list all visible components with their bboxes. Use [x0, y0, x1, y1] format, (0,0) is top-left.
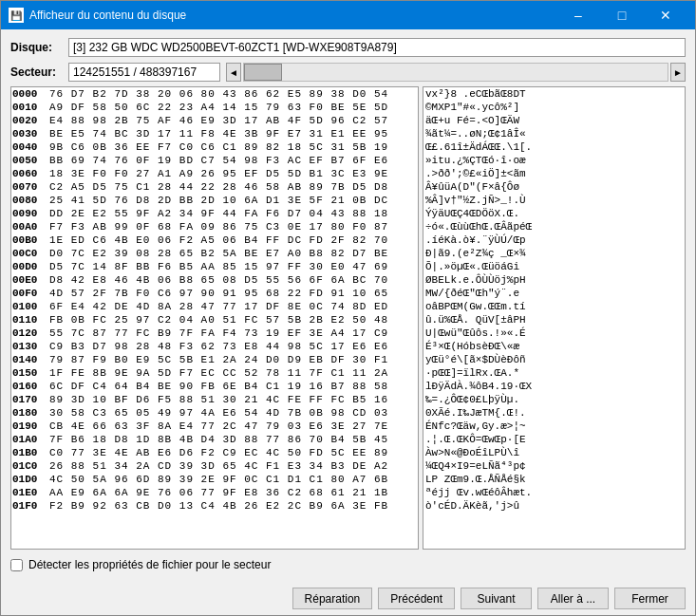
- hex-address: 0150: [11, 366, 48, 380]
- table-row: 018030 58 C3 65 05 49 97 4A E6 54 4D 7B …: [11, 406, 418, 420]
- scroll-left-button[interactable]: ◄: [226, 63, 241, 82]
- hex-address: 0080: [11, 194, 48, 207]
- table-row: 00E0D8 42 E8 46 4B 06 B8 65 08 D5 55 56 …: [11, 273, 418, 287]
- table-row: 0130C9 B3 D7 98 28 48 F3 62 73 E8 44 98 …: [11, 340, 418, 353]
- maximize-button[interactable]: □: [600, 1, 644, 29]
- table-row: 0190CB 4E 66 63 3F 8A E4 77 2C 47 79 03 …: [11, 420, 418, 433]
- close-window-button[interactable]: ✕: [644, 1, 687, 29]
- table-row: 0030BE E5 74 BC 3D 17 11 F8 4E 3B 9F E7 …: [11, 127, 418, 140]
- table-row: 0070C2 A5 D5 75 C1 28 44 22 28 46 58 AB …: [11, 180, 418, 194]
- previous-button[interactable]: Précédent: [378, 588, 455, 609]
- hex-address: 0000: [11, 87, 48, 101]
- hex-panel: 000076 D7 B2 7D 38 20 06 80 43 86 62 E5 …: [10, 86, 419, 550]
- repair-button[interactable]: Réparation: [292, 588, 373, 609]
- scroll-track[interactable]: [243, 63, 668, 82]
- hex-bytes: 79 87 F9 B0 E9 5C 5B E1 2A 24 D0 D9 EB D…: [48, 353, 418, 366]
- hex-bytes: 6C DF C4 64 B4 BE 90 FB 6E B4 C1 19 16 B…: [48, 380, 418, 393]
- table-row: 000076 D7 B2 7D 38 20 06 80 43 86 62 E5 …: [11, 87, 418, 101]
- hex-bytes: 4C 50 5A 96 6D 89 39 2E 9F 0C C1 D1 C1 8…: [48, 473, 418, 486]
- table-row: 01F0F2 B9 92 63 CB D0 13 C4 4B 26 E2 2C …: [11, 499, 418, 513]
- table-row: 01C026 88 51 34 2A CD 39 3D 65 4C F1 E3 …: [11, 459, 418, 473]
- file-properties-checkbox[interactable]: [10, 559, 23, 571]
- scroll-area: ◄ ►: [226, 63, 686, 82]
- table-row: 006018 3E F0 F0 27 A1 A9 26 95 EF D5 5D …: [11, 167, 418, 180]
- sector-label: Secteur:: [10, 65, 63, 79]
- close-button[interactable]: Fermer: [614, 588, 686, 609]
- content-area: Disque: [3] 232 GB WDC WD2500BEVT-60ZCT1…: [1, 29, 695, 582]
- hex-address: 00B0: [11, 233, 48, 247]
- window-title: Afficheur du contenu du disque: [29, 9, 556, 22]
- hex-address: 0100: [11, 300, 48, 313]
- title-bar: 💾 Afficheur du contenu du disque – □ ✕: [1, 1, 695, 29]
- hex-address: 01C0: [11, 459, 48, 473]
- disk-value: [3] 232 GB WDC WD2500BEVT-60ZCT1 [WD-WXE…: [68, 38, 686, 57]
- hex-address: 0190: [11, 420, 48, 433]
- table-row: 0050BB 69 74 76 0F 19 BD C7 54 98 F3 AC …: [11, 154, 418, 167]
- window-icon: 💾: [9, 8, 24, 23]
- table-row: 00C0D0 7C E2 39 08 28 65 B2 5A BE E7 A0 …: [11, 247, 418, 260]
- hex-bytes: 76 D7 B2 7D 38 20 06 80 43 86 62 E5 89 3…: [48, 87, 418, 101]
- scroll-thumb: [244, 64, 282, 81]
- hex-address: 0160: [11, 380, 48, 393]
- table-row: 01D04C 50 5A 96 6D 89 39 2E 9F 0C C1 D1 …: [11, 473, 418, 486]
- hex-bytes: C2 A5 D5 75 C1 28 44 22 28 46 58 AB 89 7…: [48, 180, 418, 194]
- sector-row: Secteur: 124251551 / 488397167 ◄ ►: [10, 62, 686, 83]
- hex-address: 0060: [11, 167, 48, 180]
- hex-bytes: CB 4E 66 63 3F 8A E4 77 2C 47 79 03 E6 3…: [48, 420, 418, 433]
- hex-bytes: D8 42 E8 46 4B 06 B8 65 08 D5 55 56 6F 6…: [48, 273, 418, 287]
- table-row: 01501F FE 8B 9E 9A 5D F7 EC CC 52 78 11 …: [11, 366, 418, 380]
- hex-bytes: D0 7C E2 39 08 28 65 B2 5A BE E7 A0 B8 8…: [48, 247, 418, 260]
- hex-address: 00A0: [11, 220, 48, 233]
- hex-bytes: D5 7C 14 8F BB F6 B5 AA 85 15 97 FF 30 E…: [48, 260, 418, 273]
- hex-bytes: BB 69 74 76 0F 19 BD C7 54 98 F3 AC EF B…: [48, 154, 418, 167]
- goto-button[interactable]: Aller à ...: [537, 588, 609, 609]
- text-panel: vx²}8 .eCŒbãŒ8DT ©MXP1"#«.ycô%²] äŒ+u Fé…: [423, 86, 686, 550]
- hex-bytes: 30 58 C3 65 05 49 97 4A E6 54 4D 7B 0B 9…: [48, 406, 418, 420]
- table-row: 00B01E ED C6 4B E0 06 F2 A5 06 B4 FF DC …: [11, 233, 418, 247]
- table-row: 01B0C0 77 3E 4E AB E6 D6 F2 C9 EC 4C 50 …: [11, 446, 418, 459]
- hex-bytes: F7 F3 AB 99 0F 68 FA 09 86 75 C3 0E 17 8…: [48, 220, 418, 233]
- table-row: 012055 7C 87 77 FC B9 7F FA F4 73 19 EF …: [11, 327, 418, 340]
- table-row: 008025 41 5D 76 D8 2D BB 2D 10 6A D1 3E …: [11, 194, 418, 207]
- table-row: 017089 3D 10 BF D6 F5 88 51 30 21 4C FE …: [11, 393, 418, 406]
- table-row: 01606C DF C4 64 B4 BE 90 FB 6E B4 C1 19 …: [11, 380, 418, 393]
- hex-bytes: DD 2E E2 55 9F A2 34 9F 44 FA F6 D7 04 4…: [48, 207, 418, 220]
- hex-table: 000076 D7 B2 7D 38 20 06 80 43 86 62 E5 …: [11, 87, 418, 513]
- hex-bytes: F2 B9 92 63 CB D0 13 C4 4B 26 E2 2C B9 6…: [48, 499, 418, 513]
- scroll-right-button[interactable]: ►: [670, 63, 686, 82]
- hex-address: 01B0: [11, 446, 48, 459]
- hex-address: 01F0: [11, 499, 48, 513]
- main-window: 💾 Afficheur du contenu du disque – □ ✕ D…: [0, 0, 696, 616]
- table-row: 0090DD 2E E2 55 9F A2 34 9F 44 FA F6 D7 …: [11, 207, 418, 220]
- table-row: 0020E4 88 98 2B 75 AF 46 E9 3D 17 AB 4F …: [11, 114, 418, 127]
- hex-bytes: C0 77 3E 4E AB E6 D6 F2 C9 EC 4C 50 FD 5…: [48, 446, 418, 459]
- checkbox-label: Détecter les propriétés de fichier pour …: [28, 558, 271, 571]
- disk-row: Disque: [3] 232 GB WDC WD2500BEVT-60ZCT1…: [10, 37, 686, 58]
- hex-address: 0130: [11, 340, 48, 353]
- table-row: 01E0AA E9 6A 6A 9E 76 06 77 9F E8 36 C2 …: [11, 486, 418, 499]
- hex-address: 01D0: [11, 473, 48, 486]
- hex-address: 0070: [11, 180, 48, 194]
- main-panels: 000076 D7 B2 7D 38 20 06 80 43 86 62 E5 …: [10, 86, 686, 550]
- table-row: 01006F E4 42 DE 4D 8A 28 47 77 17 DF 8E …: [11, 300, 418, 313]
- hex-bytes: 26 88 51 34 2A CD 39 3D 65 4C F1 E3 34 B…: [48, 459, 418, 473]
- hex-bytes: FB 0B FC 25 97 C2 04 A0 51 FC 57 5B 2B E…: [48, 313, 418, 327]
- hex-bytes: 1F FE 8B 9E 9A 5D F7 EC CC 52 78 11 7F C…: [48, 366, 418, 380]
- hex-bytes: 1E ED C6 4B E0 06 F2 A5 06 B4 FF DC FD 2…: [48, 233, 418, 247]
- minimize-button[interactable]: –: [556, 1, 600, 29]
- hex-address: 00C0: [11, 247, 48, 260]
- hex-bytes: 55 7C 87 77 FC B9 7F FA F4 73 19 EF 3E A…: [48, 327, 418, 340]
- hex-address: 0030: [11, 127, 48, 140]
- hex-bytes: 6F E4 42 DE 4D 8A 28 47 77 17 DF 8E 0C 7…: [48, 300, 418, 313]
- hex-address: 0180: [11, 406, 48, 420]
- hex-address: 0020: [11, 114, 48, 127]
- table-row: 00409B C6 0B 36 EE F7 C0 C6 C1 89 82 18 …: [11, 140, 418, 154]
- next-button[interactable]: Suivant: [461, 588, 532, 609]
- window-controls: – □ ✕: [556, 1, 687, 29]
- checkbox-row: Détecter les propriétés de fichier pour …: [10, 555, 686, 574]
- hex-bytes: BE E5 74 BC 3D 17 11 F8 4E 3B 9F E7 31 E…: [48, 127, 418, 140]
- hex-bytes: 4D 57 2F 7B F0 C6 97 90 91 95 68 22 FD 9…: [48, 287, 418, 300]
- hex-address: 00F0: [11, 287, 48, 300]
- hex-address: 00E0: [11, 273, 48, 287]
- table-row: 0110FB 0B FC 25 97 C2 04 A0 51 FC 57 5B …: [11, 313, 418, 327]
